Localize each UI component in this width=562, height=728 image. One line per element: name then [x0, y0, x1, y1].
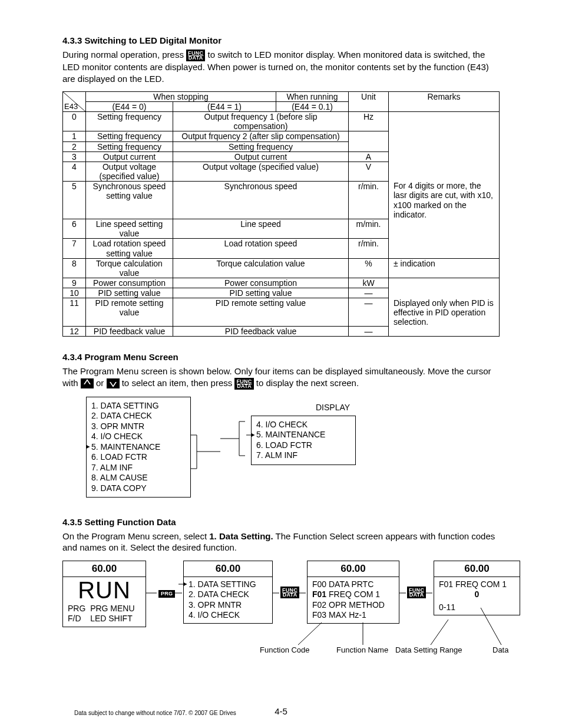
cell: PID feedback value — [173, 327, 349, 337]
cell: PID setting value — [86, 288, 173, 298]
lcd-header: 60.00 — [434, 561, 520, 577]
flow-box-menu: 60.00 1. DATA SETTING 2. DATA CHECK 3. O… — [183, 561, 273, 624]
menu-item: F01 FREQ COM 1 — [312, 589, 394, 600]
menu-item: 4. I/O CHECK — [189, 610, 267, 621]
text: PRG — [68, 604, 85, 613]
row-n: 5 — [63, 181, 86, 219]
cell: Output current — [173, 151, 349, 162]
cell: Displayed only when PID is effective in … — [389, 298, 500, 327]
menu-item: 2. DATA CHECK — [91, 411, 186, 421]
e44-0: (E44 = 0) — [86, 102, 173, 112]
row-n: 8 — [63, 258, 86, 278]
menu-item: 6. LOAD FCTR — [91, 452, 186, 463]
prg-key-icon: PRG — [158, 590, 175, 598]
label-function-name: Function Name — [336, 645, 388, 654]
row-n: 7 — [63, 239, 86, 258]
menu-item: F00 DATA PRTC — [312, 579, 394, 590]
program-menu-diagram: 1. DATA SETTING 2. DATA CHECK 3. OPR MNT… — [86, 397, 500, 509]
cell — [389, 288, 500, 298]
func-data-key-icon: FUNCDATA — [407, 587, 426, 598]
cell — [389, 219, 500, 239]
menu-item: 4. I/O CHECK — [91, 431, 186, 442]
cell: Power consumption — [173, 278, 349, 288]
cell: % — [349, 258, 389, 278]
label-data: Data — [492, 645, 508, 654]
text: On the Program Menu screen, select — [62, 531, 209, 541]
menu-box-display: 4. I/O CHECK 5. MAINTENANCE 6. LOAD FCTR… — [251, 416, 356, 465]
data-value: 0 — [439, 589, 515, 600]
section-4-3-5-para: On the Program Menu screen, select 1. Da… — [62, 531, 500, 554]
cell — [389, 112, 500, 182]
cell: m/min. — [349, 219, 389, 239]
cell: Setting frequency — [86, 131, 173, 141]
lcd-header: 60.00 — [184, 561, 272, 577]
lcd-header: 60.00 — [63, 561, 146, 577]
section-4-3-3-title: 4.3.3 Switching to LED Digital Monitor — [62, 35, 500, 45]
flow-box-functions: 60.00 F00 DATA PRTC F01 FREQ COM 1 F02 O… — [307, 561, 399, 624]
cell: — — [349, 298, 389, 327]
cell: Output frequency 1 (before slip compensa… — [173, 112, 349, 131]
func-data-key-icon: FUNCDATA — [280, 587, 299, 598]
display-label: DISPLAY — [316, 403, 350, 412]
menu-item: 5. MAINTENANCE — [256, 430, 351, 440]
cell: r/min. — [349, 239, 389, 258]
section-4-3-5-title: 4.3.5 Setting Function Data — [62, 517, 500, 527]
cell: ± indication — [389, 258, 500, 278]
row-n: 2 — [63, 141, 86, 151]
up-arrow-key-icon — [81, 378, 94, 388]
menu-item: 6. LOAD FCTR — [256, 440, 351, 451]
menu-item: F02 OPR METHOD — [312, 600, 394, 611]
cell: PID feedback value — [86, 327, 173, 337]
col-unit: Unit — [349, 92, 389, 112]
text: PRG MENU — [90, 604, 134, 613]
flow-box-run: 60.00 RUN PRG PRG MENU F/D LED SHIFT — [62, 561, 146, 627]
cell — [389, 278, 500, 288]
func-data-key-icon: FUNCDATA — [186, 50, 205, 61]
cell: V — [349, 162, 389, 181]
cell: Line speed setting value — [86, 219, 173, 239]
menu-item: 7. ALM INF — [256, 450, 351, 461]
col-stopping: When stopping — [86, 92, 276, 102]
text: LED SHIFT — [90, 614, 133, 623]
e43-table: E43 When stopping When running Unit Rema… — [62, 91, 500, 337]
text: During normal operation, press — [62, 50, 186, 60]
lcd-header: 60.00 — [308, 561, 399, 577]
cell: Load rotation speed — [173, 239, 349, 258]
menu-box-full: 1. DATA SETTING 2. DATA CHECK 3. OPR MNT… — [86, 397, 191, 498]
cell: Power consumption — [86, 278, 173, 288]
row-n: 9 — [63, 278, 86, 288]
cell: Synchronous speed setting value — [86, 181, 173, 219]
cell: Torque calculation value — [173, 258, 349, 278]
text: to select an item, then press — [122, 378, 235, 388]
section-4-3-3-para: During normal operation, press FUNCDATA … — [62, 49, 500, 84]
cell — [389, 327, 500, 337]
cell: Line speed — [173, 219, 349, 239]
cell: Output voltage (specified value) — [86, 162, 173, 181]
run-label: RUN — [63, 577, 146, 604]
section-4-3-4-title: 4.3.4 Program Menu Screen — [62, 352, 500, 362]
menu-item: 7. ALM INF — [91, 463, 186, 473]
copyright: Data subject to change without notice 7/… — [74, 710, 236, 716]
cell: For 4 digits or more, the lasr digits ar… — [389, 181, 500, 219]
flow-box-data: 60.00 F01 FREQ COM 1 0 0-11 — [434, 561, 520, 616]
menu-item: F03 MAX Hz-1 — [312, 610, 394, 621]
cell: kW — [349, 278, 389, 288]
menu-item: 1. DATA SETTING — [189, 579, 267, 590]
cell: — — [349, 327, 389, 337]
menu-item: 8. ALM CAUSE — [91, 473, 186, 483]
row-n: 11 — [63, 298, 86, 327]
e44-01: (E44 = 0.1) — [276, 102, 349, 112]
col-running: When running — [276, 92, 349, 102]
cell: Output current — [86, 151, 173, 162]
cell: Output frquency 2 (after slip compensati… — [173, 131, 349, 141]
cell: Hz — [349, 112, 389, 131]
menu-item: 3. OPR MNTR — [189, 600, 267, 611]
section-4-3-4-para: The Program Menu screen is shown below. … — [62, 365, 500, 390]
data-range: 0-11 — [439, 602, 515, 613]
menu-item: 9. DATA COPY — [91, 483, 186, 494]
cell: PID remote setting value — [86, 298, 173, 327]
down-arrow-key-icon — [107, 378, 120, 388]
cell: PID setting value — [173, 288, 349, 298]
text: or — [96, 378, 107, 388]
menu-item: 2. DATA CHECK — [189, 589, 267, 600]
